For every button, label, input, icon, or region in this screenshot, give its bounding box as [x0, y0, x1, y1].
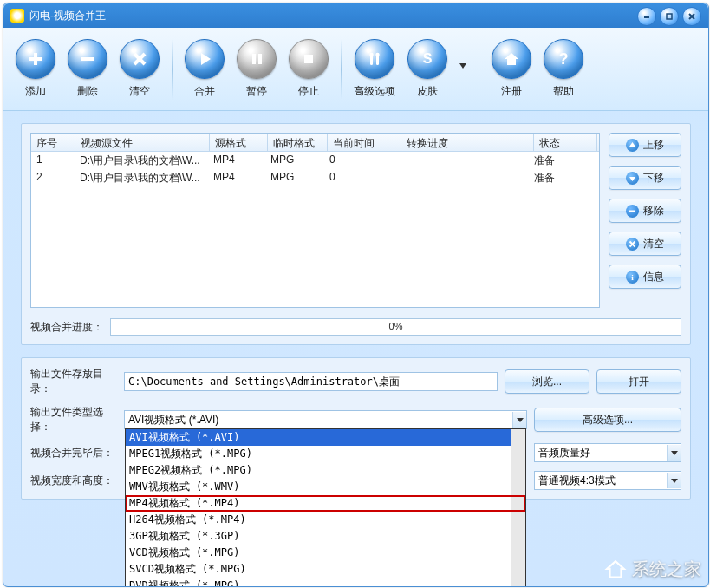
svg-marker-9: [201, 53, 211, 65]
play-icon: [185, 39, 225, 79]
minimize-button[interactable]: [637, 7, 656, 26]
output-dir-input[interactable]: [124, 372, 498, 391]
output-type-label: 输出文件类型选择：: [30, 405, 117, 434]
progress-label: 视频合并进度：: [30, 320, 103, 335]
remove-button[interactable]: 移除: [609, 199, 681, 223]
toolbar-separator: [172, 39, 173, 100]
format-option[interactable]: MPEG1视频格式 (*.MPG): [126, 446, 525, 462]
advanced-options-button[interactable]: 高级选项...: [534, 408, 681, 432]
stop-button[interactable]: 停止: [289, 39, 329, 99]
watermark: 系统之家: [604, 558, 701, 581]
move-up-button[interactable]: 上移: [609, 133, 681, 157]
progress-bar: 0%: [110, 318, 681, 336]
format-option[interactable]: SVCD视频格式 (*.MPG): [126, 561, 525, 578]
col-src[interactable]: 视频源文件: [75, 134, 210, 151]
after-merge-label: 视频合并完毕后：: [30, 446, 117, 461]
svg-marker-20: [629, 142, 635, 147]
format-option[interactable]: MP4视频格式 (*.MP4): [126, 495, 525, 512]
svg-marker-18: [505, 53, 518, 65]
toolbar-separator: [479, 39, 479, 100]
col-tmpfmt[interactable]: 临时格式: [268, 134, 328, 151]
minus-circle-icon: [626, 205, 639, 218]
format-option[interactable]: AVI视频格式 (*.AVI): [126, 429, 525, 446]
pause-button[interactable]: 暂停: [237, 39, 277, 99]
close-button[interactable]: [682, 7, 701, 26]
col-time[interactable]: 当前时间: [328, 134, 401, 151]
app-title: 闪电-视频合并王: [29, 9, 106, 23]
col-seq[interactable]: 序号: [31, 134, 75, 151]
delete-button[interactable]: 删除: [68, 39, 107, 99]
tools-icon: [355, 39, 394, 79]
col-progress[interactable]: 转换进度: [401, 134, 534, 151]
audio-quality-select[interactable]: 音频质量好: [534, 443, 681, 462]
home-icon: [492, 39, 531, 79]
svg-marker-21: [629, 177, 635, 181]
info-button[interactable]: i信息: [609, 265, 681, 289]
app-icon: [10, 9, 24, 23]
title-bar: 闪电-视频合并王: [3, 3, 708, 28]
minus-icon: [68, 39, 107, 79]
svg-text:?: ?: [559, 50, 569, 68]
output-dir-label: 输出文件存放目录：: [30, 367, 117, 396]
add-button[interactable]: 添加: [16, 39, 55, 99]
help-button[interactable]: ? 帮助: [544, 39, 583, 99]
format-option[interactable]: VCD视频格式 (*.MPG): [126, 545, 525, 561]
table-row[interactable]: 1D:\用户目录\我的文档\W...MP4MPG0准备: [31, 152, 599, 169]
pause-icon: [237, 39, 277, 79]
house-icon: [604, 559, 627, 581]
open-button[interactable]: 打开: [596, 369, 681, 394]
svg-rect-12: [304, 55, 313, 63]
svg-text:i: i: [631, 273, 634, 281]
svg-rect-10: [252, 54, 256, 64]
help-icon: ?: [544, 39, 583, 79]
svg-point-16: [375, 53, 379, 56]
svg-text:S: S: [423, 51, 433, 66]
arrow-down-icon: [626, 172, 639, 185]
format-option[interactable]: WMV视频格式 (*.WMV): [126, 479, 525, 495]
video-size-label: 视频宽度和高度：: [30, 474, 117, 488]
col-state[interactable]: 状态: [534, 134, 597, 151]
table-row[interactable]: 2D:\用户目录\我的文档\W...MP4MPG0准备: [31, 169, 599, 186]
aspect-ratio-select[interactable]: 普通视频4:3模式: [534, 471, 681, 490]
format-option[interactable]: DVD视频格式 (*.MPG): [126, 578, 525, 587]
progress-percent: 0%: [389, 321, 403, 331]
skin-icon: S: [407, 39, 447, 79]
info-icon: i: [626, 271, 639, 284]
maximize-button[interactable]: [660, 7, 679, 26]
file-list-panel: 序号 视频源文件 源格式 临时格式 当前时间 转换进度 状态 1D:\用户目录\…: [21, 123, 691, 345]
col-srcfmt[interactable]: 源格式: [210, 134, 268, 151]
stop-icon: [289, 39, 329, 79]
chevron-down-icon: [667, 445, 681, 461]
svg-point-15: [369, 53, 373, 56]
skin-dropdown-arrow[interactable]: [459, 63, 466, 69]
format-option[interactable]: H264视频格式 (*.MP4): [126, 512, 525, 528]
app-window: 闪电-视频合并王 添加 删除 清空 合并: [3, 3, 709, 587]
chevron-down-icon: [667, 473, 681, 488]
x-icon: [120, 39, 160, 79]
toolbar-separator: [341, 39, 342, 100]
clear-list-button[interactable]: 清空: [609, 232, 681, 256]
svg-rect-1: [667, 14, 672, 19]
merge-button[interactable]: 合并: [185, 39, 225, 99]
register-button[interactable]: 注册: [492, 39, 531, 99]
output-type-select[interactable]: AVI视频格式 (*.AVI) AVI视频格式 (*.AVI)MPEG1视频格式…: [124, 410, 527, 429]
format-option[interactable]: 3GP视频格式 (*.3GP): [126, 528, 525, 545]
browse-button[interactable]: 浏览...: [505, 369, 589, 394]
toolbar: 添加 删除 清空 合并 暂停 停止: [3, 28, 708, 111]
chevron-down-icon: [512, 412, 526, 428]
move-down-button[interactable]: 下移: [609, 166, 681, 190]
skin-button[interactable]: S 皮肤: [407, 39, 447, 99]
clear-button[interactable]: 清空: [120, 39, 160, 99]
list-header: 序号 视频源文件 源格式 临时格式 当前时间 转换进度 状态: [31, 134, 599, 152]
format-dropdown-list: AVI视频格式 (*.AVI)MPEG1视频格式 (*.MPG)MPEG2视频格…: [125, 428, 526, 587]
arrow-up-icon: [626, 139, 639, 152]
svg-rect-11: [258, 54, 262, 64]
plus-icon: [16, 39, 55, 79]
file-list[interactable]: 序号 视频源文件 源格式 临时格式 当前时间 转换进度 状态 1D:\用户目录\…: [30, 133, 600, 308]
output-panel: 输出文件存放目录： 浏览... 打开 输出文件类型选择： AVI视频格式 (*.…: [21, 357, 691, 500]
format-option[interactable]: MPEG2视频格式 (*.MPG): [126, 462, 525, 479]
x-circle-icon: [626, 238, 639, 251]
advanced-button[interactable]: 高级选项: [354, 39, 395, 99]
